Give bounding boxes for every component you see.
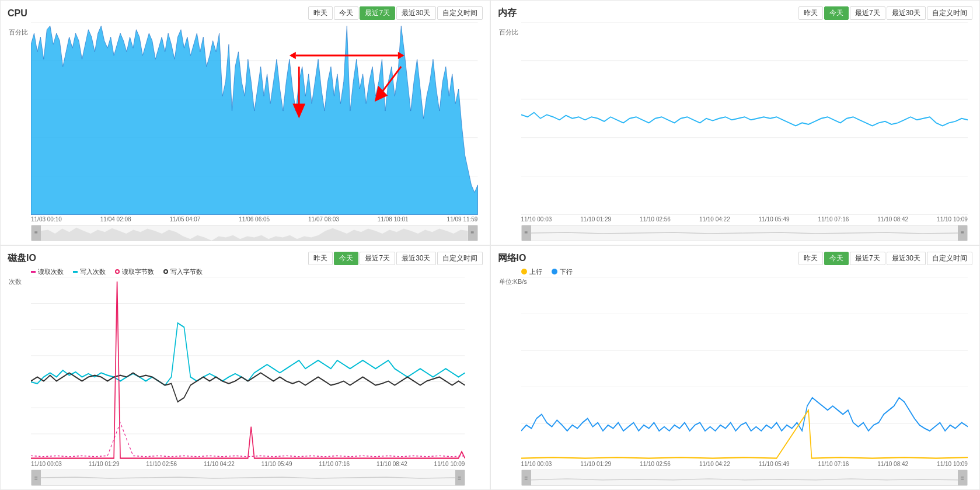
network-legend-down-icon [552, 269, 557, 274]
memory-mini-chart [531, 225, 958, 241]
memory-scroll-right[interactable]: ≡ [958, 225, 967, 241]
network-legend-down: 下行 [552, 267, 573, 276]
svg-marker-15 [290, 52, 296, 60]
disk-legend-write-count-label: 写入次数 [80, 267, 106, 276]
memory-btn-yesterday[interactable]: 昨天 [798, 6, 823, 20]
disk-chart: 700 600 500 400 300 200 100 0 12 10 8 6 … [31, 277, 465, 460]
disk-btn-today[interactable]: 今天 [334, 252, 358, 265]
memory-time-buttons: 昨天 今天 最近7天 最近30天 自定义时间 [798, 6, 972, 20]
network-panel: 网络IO 昨天 今天 最近7天 最近30天 自定义时间 上行 下行 单位:KB/… [490, 245, 981, 491]
network-scroll-right[interactable]: ≡ [958, 470, 967, 485]
disk-legend-write-bytes: 写入字节数 [163, 267, 203, 276]
cpu-y-label: 百分比 [9, 28, 28, 37]
disk-legend-read-bytes-label: 读取字节数 [122, 267, 154, 276]
disk-scroll-right[interactable]: ≡ [455, 470, 465, 485]
network-title: 网络IO [498, 252, 526, 265]
network-chart-svg: 1,000 800 600 400 200 0 [521, 277, 968, 460]
memory-chart: 100 80 60 40 20 0 [521, 22, 968, 215]
network-legend-up-icon [521, 269, 527, 274]
network-legend-up-label: 上行 [529, 267, 542, 276]
disk-title: 磁盘IO [8, 252, 36, 265]
disk-scroll-left[interactable]: ≡ [32, 470, 41, 485]
disk-y-label: 次数 [9, 277, 22, 286]
memory-scroll-left[interactable]: ≡ [522, 225, 531, 241]
disk-btn-7days[interactable]: 最近7天 [360, 252, 395, 265]
cpu-panel: CPU 昨天 今天 最近7天 最近30天 自定义时间 百分比 [0, 0, 490, 245]
dashboard: CPU 昨天 今天 最近7天 最近30天 自定义时间 百分比 [0, 0, 980, 490]
network-scroll-left[interactable]: ≡ [522, 470, 531, 485]
memory-x-labels: 11/10 00:03 11/10 01:29 11/10 02:56 11/1… [521, 216, 968, 223]
network-btn-30days[interactable]: 最近30天 [887, 252, 926, 265]
network-chart: 1,000 800 600 400 200 0 [521, 277, 968, 460]
disk-scrollbar[interactable]: ≡ ≡ [31, 470, 465, 486]
cpu-btn-yesterday[interactable]: 昨天 [308, 6, 333, 20]
network-scrollbar[interactable]: ≡ ≡ [521, 470, 968, 486]
network-scroll-track [531, 470, 958, 485]
disk-legend-write-count-icon [73, 271, 78, 273]
disk-legend: 读取次数 写入次数 读取字节数 写入字节数 [31, 267, 483, 276]
disk-time-buttons: 昨天 今天 最近7天 最近30天 自定义时间 [308, 252, 482, 265]
disk-btn-custom[interactable]: 自定义时间 [437, 252, 483, 265]
disk-legend-write-count: 写入次数 [73, 267, 106, 276]
disk-chart-area: 次数 700 600 500 400 300 20 [8, 277, 483, 486]
memory-btn-7days[interactable]: 最近7天 [850, 6, 885, 20]
network-btn-custom[interactable]: 自定义时间 [927, 252, 972, 265]
cpu-time-buttons: 昨天 今天 最近7天 最近30天 自定义时间 [308, 6, 482, 20]
network-legend-down-label: 下行 [560, 267, 573, 276]
cpu-chart: 100 80 60 40 20 0 [31, 22, 478, 215]
memory-y-label: 百分比 [499, 28, 518, 37]
disk-scroll-track [41, 470, 455, 485]
cpu-btn-7days[interactable]: 最近7天 [360, 6, 395, 20]
network-panel-header: 网络IO 昨天 今天 最近7天 最近30天 自定义时间 [498, 252, 973, 265]
memory-btn-today[interactable]: 今天 [824, 6, 849, 20]
cpu-title: CPU [8, 8, 27, 19]
memory-scrollbar[interactable]: ≡ ≡ [521, 225, 968, 241]
network-btn-yesterday[interactable]: 昨天 [798, 252, 823, 265]
disk-panel: 磁盘IO 昨天 今天 最近7天 最近30天 自定义时间 读取次数 写入次数 读取… [0, 245, 490, 491]
disk-x-labels: 11/10 00:03 11/10 01:29 11/10 02:56 11/1… [31, 461, 465, 467]
memory-scroll-track [531, 225, 958, 241]
disk-legend-read-count-icon [31, 271, 36, 273]
cpu-scroll-right[interactable]: ≡ [468, 225, 477, 241]
memory-btn-custom[interactable]: 自定义时间 [927, 6, 972, 20]
network-btn-7days[interactable]: 最近7天 [850, 252, 885, 265]
memory-btn-30days[interactable]: 最近30天 [887, 6, 926, 20]
cpu-scroll-left[interactable]: ≡ [32, 225, 41, 241]
cpu-x-labels: 11/03 00:10 11/04 02:08 11/05 04:07 11/0… [31, 216, 478, 223]
memory-chart-area: 百分比 100 80 60 40 20 0 [498, 22, 973, 241]
memory-chart-svg: 100 80 60 40 20 0 [521, 22, 968, 215]
cpu-btn-today[interactable]: 今天 [334, 6, 358, 20]
disk-legend-write-bytes-icon [163, 269, 168, 274]
cpu-btn-custom[interactable]: 自定义时间 [437, 6, 483, 20]
network-legend: 上行 下行 [521, 267, 973, 276]
cpu-chart-area: 百分比 100 80 60 40 20 0 [8, 22, 483, 241]
cpu-btn-30days[interactable]: 最近30天 [396, 6, 435, 20]
disk-btn-30days[interactable]: 最近30天 [396, 252, 435, 265]
memory-title: 内存 [498, 7, 517, 19]
disk-panel-header: 磁盘IO 昨天 今天 最近7天 最近30天 自定义时间 [8, 252, 483, 265]
disk-legend-read-count-label: 读取次数 [38, 267, 64, 276]
cpu-panel-header: CPU 昨天 今天 最近7天 最近30天 自定义时间 [8, 6, 483, 20]
network-chart-area: 单位:KB/s 1,000 800 600 400 200 0 [498, 277, 973, 486]
network-x-labels: 11/10 00:03 11/10 01:29 11/10 02:56 11/1… [521, 461, 968, 467]
network-legend-up: 上行 [521, 267, 542, 276]
network-mini-chart [531, 470, 958, 485]
cpu-chart-svg: 100 80 60 40 20 0 [31, 22, 478, 215]
disk-legend-read-bytes: 读取字节数 [115, 267, 154, 276]
network-time-buttons: 昨天 今天 最近7天 最近30天 自定义时间 [798, 252, 972, 265]
network-btn-today[interactable]: 今天 [824, 252, 849, 265]
disk-legend-write-bytes-label: 写入字节数 [170, 267, 203, 276]
memory-panel: 内存 昨天 今天 最近7天 最近30天 自定义时间 百分比 100 [490, 0, 981, 245]
memory-panel-header: 内存 昨天 今天 最近7天 最近30天 自定义时间 [498, 6, 973, 20]
disk-chart-svg: 700 600 500 400 300 200 100 0 12 10 8 6 … [31, 277, 465, 460]
disk-btn-yesterday[interactable]: 昨天 [308, 252, 333, 265]
disk-mini-chart [41, 470, 455, 485]
cpu-mini-chart [41, 225, 468, 241]
disk-legend-read-bytes-icon [115, 269, 120, 274]
cpu-scrollbar[interactable]: ≡ ≡ [31, 225, 478, 241]
cpu-scroll-track [41, 225, 468, 241]
disk-legend-read-count: 读取次数 [31, 267, 64, 276]
